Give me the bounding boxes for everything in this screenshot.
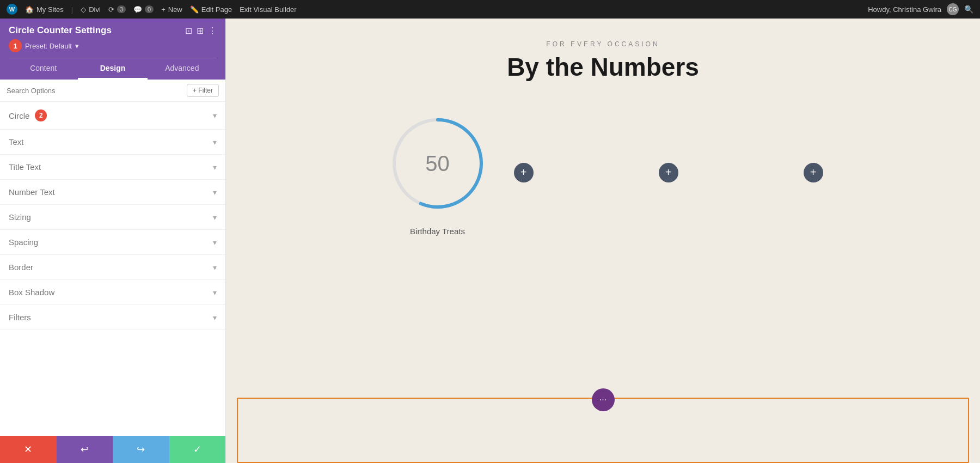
- comments-count: 0: [145, 5, 154, 13]
- search-row: + Filter: [0, 80, 225, 102]
- admin-bar-new[interactable]: + New: [161, 5, 182, 14]
- canvas: FOR EVERY OCCASION By the Numbers 50: [226, 19, 980, 463]
- add-counter-button-2[interactable]: +: [659, 163, 678, 182]
- option-item-box-shadow[interactable]: Box Shadow ▾: [0, 280, 225, 305]
- badge-1: 1: [9, 39, 22, 52]
- section-title: By the Numbers: [507, 52, 699, 82]
- option-label-title-text: Title Text: [9, 162, 41, 172]
- option-item-circle-inner: Circle 2: [9, 109, 47, 121]
- chevron-down-icon-sizing: ▾: [213, 213, 217, 222]
- badge-2: 2: [35, 109, 47, 121]
- avatar[interactable]: CG: [947, 3, 959, 15]
- option-item-text[interactable]: Text ▾: [0, 130, 225, 155]
- save-button[interactable]: ✓: [169, 436, 226, 463]
- more-icon[interactable]: ⋮: [208, 26, 217, 36]
- admin-bar-exit-builder[interactable]: Exit Visual Builder: [240, 5, 297, 14]
- tabs-row: Content Design Advanced: [9, 58, 217, 80]
- revisions-icon: ⟳: [108, 5, 114, 14]
- circle-label: Birthday Treats: [410, 227, 465, 236]
- chevron-down-icon-text: ▾: [213, 138, 217, 147]
- wordpress-logo[interactable]: W: [7, 4, 17, 15]
- preset-row[interactable]: 1 Preset: Default ▾: [9, 39, 217, 52]
- admin-bar-revisions[interactable]: ⟳ 3: [108, 5, 126, 14]
- option-item-spacing[interactable]: Spacing ▾: [0, 230, 225, 255]
- admin-bar-my-sites[interactable]: 🏠 My Sites: [25, 5, 64, 14]
- circle-number: 50: [425, 151, 450, 176]
- search-input[interactable]: [7, 87, 182, 95]
- edit-icon: ✏️: [190, 5, 199, 14]
- option-label-circle: Circle: [9, 111, 29, 120]
- filter-button[interactable]: + Filter: [187, 84, 219, 97]
- revisions-count: 3: [117, 5, 126, 13]
- search-icon[interactable]: 🔍: [964, 5, 973, 14]
- sidebar-header: Circle Counter Settings ⊡ ⊞ ⋮ 1 Preset: …: [0, 19, 225, 80]
- option-item-circle[interactable]: Circle 2 ▾: [0, 102, 225, 130]
- admin-bar: W 🏠 My Sites | ◇ Divi ⟳ 3 💬 0 + New ✏️ E…: [0, 0, 980, 19]
- circle-counter: 50 Birthday Treats: [383, 109, 492, 236]
- admin-bar-edit-page[interactable]: ✏️ Edit Page: [190, 5, 232, 14]
- option-label-border: Border: [9, 263, 33, 272]
- option-item-border[interactable]: Border ▾: [0, 255, 225, 280]
- sidebar-header-icons: ⊡ ⊞ ⋮: [185, 26, 217, 36]
- chevron-down-icon-number-text: ▾: [213, 188, 217, 197]
- main-layout: Circle Counter Settings ⊡ ⊞ ⋮ 1 Preset: …: [0, 19, 980, 463]
- tab-design[interactable]: Design: [78, 58, 147, 80]
- exit-builder-label: Exit Visual Builder: [240, 5, 297, 14]
- add-counter-button-1[interactable]: +: [514, 163, 534, 182]
- section-subtitle: FOR EVERY OCCASION: [546, 40, 659, 48]
- option-label-sizing: Sizing: [9, 212, 31, 222]
- options-list: Circle 2 ▾ Text ▾ Title Text ▾ Number Te…: [0, 102, 225, 436]
- chevron-down-icon-circle: ▾: [213, 111, 217, 120]
- divi-label: Divi: [89, 5, 101, 14]
- tab-advanced[interactable]: Advanced: [148, 58, 217, 80]
- option-item-filters[interactable]: Filters ▾: [0, 305, 225, 330]
- canvas-content: FOR EVERY OCCASION By the Numbers 50: [226, 19, 980, 463]
- divider: |: [71, 5, 73, 14]
- sidebar-title-row: Circle Counter Settings ⊡ ⊞ ⋮: [9, 25, 217, 36]
- sidebar-title: Circle Counter Settings: [9, 25, 112, 36]
- counters-row: 50 Birthday Treats + + +: [304, 109, 903, 236]
- home-icon: 🏠: [25, 5, 34, 14]
- comments-icon: 💬: [133, 5, 142, 14]
- chevron-down-icon-box-shadow: ▾: [213, 288, 217, 297]
- option-item-title-text[interactable]: Title Text ▾: [0, 155, 225, 180]
- new-label: New: [168, 5, 182, 14]
- layout-icon[interactable]: ⊞: [197, 26, 204, 36]
- add-counter-button-3[interactable]: +: [804, 163, 823, 182]
- option-label-filters: Filters: [9, 313, 31, 322]
- admin-bar-right: Howdy, Christina Gwira CG 🔍: [868, 3, 973, 15]
- add-buttons-row: + + +: [514, 163, 823, 182]
- new-icon: +: [161, 5, 166, 14]
- user-greeting: Howdy, Christina Gwira: [868, 5, 941, 14]
- window-icon[interactable]: ⊡: [185, 26, 192, 36]
- edit-page-label: Edit Page: [201, 5, 232, 14]
- admin-bar-comments[interactable]: 💬 0: [133, 5, 154, 14]
- cancel-button[interactable]: ✕: [0, 436, 57, 463]
- option-item-sizing[interactable]: Sizing ▾: [0, 205, 225, 230]
- option-label-text: Text: [9, 137, 24, 147]
- admin-bar-divi[interactable]: ◇ Divi: [81, 5, 101, 14]
- floating-options-button[interactable]: ···: [592, 388, 615, 411]
- preset-label: Preset: Default: [25, 42, 72, 50]
- option-item-number-text[interactable]: Number Text ▾: [0, 180, 225, 205]
- option-label-number-text: Number Text: [9, 187, 55, 197]
- chevron-down-icon-filters: ▾: [213, 313, 217, 322]
- redo-button[interactable]: ↪: [113, 436, 169, 463]
- preset-chevron: ▾: [75, 42, 79, 50]
- bottom-action-bar: ✕ ↩ ↪ ✓: [0, 436, 225, 463]
- admin-bar-left: W 🏠 My Sites | ◇ Divi ⟳ 3 💬 0 + New ✏️ E…: [7, 4, 859, 15]
- sidebar: Circle Counter Settings ⊡ ⊞ ⋮ 1 Preset: …: [0, 19, 226, 463]
- circle-svg-wrap: 50: [383, 109, 492, 218]
- option-label-spacing: Spacing: [9, 237, 38, 247]
- undo-button[interactable]: ↩: [57, 436, 113, 463]
- chevron-down-icon-spacing: ▾: [213, 238, 217, 247]
- tab-content[interactable]: Content: [9, 58, 78, 80]
- ellipsis-icon: ···: [599, 395, 607, 405]
- option-label-box-shadow: Box Shadow: [9, 288, 54, 297]
- my-sites-label: My Sites: [36, 5, 64, 14]
- chevron-down-icon-border: ▾: [213, 263, 217, 272]
- divi-icon: ◇: [81, 5, 86, 14]
- chevron-down-icon-title-text: ▾: [213, 163, 217, 172]
